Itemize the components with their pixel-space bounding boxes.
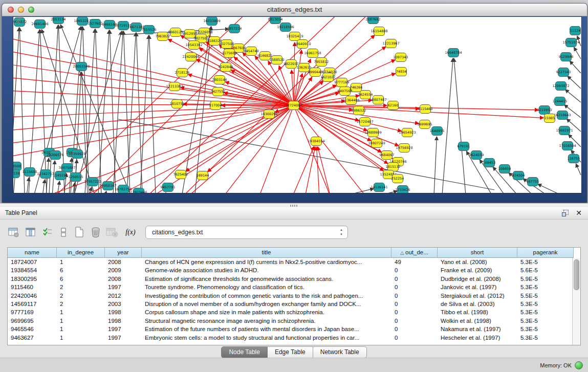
column-header-year[interactable]: year	[105, 248, 142, 258]
graph-node[interactable]: 20053346	[73, 62, 90, 71]
table-select-dropdown[interactable]: citations_edges.txt ▲▼	[145, 226, 348, 239]
graph-node[interactable]: 9129946	[559, 53, 574, 61]
tab-node-table[interactable]: Node Table	[221, 346, 268, 358]
graph-node[interactable]: 8660123	[168, 28, 183, 37]
table-cell[interactable]: Investigating the contribution of common…	[142, 292, 391, 300]
table-cell[interactable]: Genome-wide association studies in ADHD.	[142, 266, 391, 274]
graph-node[interactable]: 74834	[396, 68, 407, 76]
table-cell[interactable]: 0	[391, 292, 438, 300]
graph-node[interactable]: 15985	[545, 114, 555, 123]
graph-node[interactable]: 1621022	[321, 73, 336, 82]
graph-node[interactable]: 1527602	[88, 19, 103, 28]
graph-node[interactable]: 62160	[388, 101, 399, 110]
table-cell[interactable]: 5.3E-5	[517, 334, 574, 342]
graph-node[interactable]: 6497568	[338, 87, 353, 96]
graph-node[interactable]: 15720407	[356, 118, 373, 126]
table-cell[interactable]: 2008	[105, 275, 142, 283]
graph-node[interactable]: 2087682	[366, 17, 381, 24]
table-cell[interactable]: 9465546	[8, 325, 57, 333]
table-cell[interactable]: Yano et al. (2008)	[438, 258, 517, 266]
table-cell[interactable]: 1	[57, 258, 105, 266]
graph-node[interactable]: 15751074	[562, 38, 579, 47]
table-cell[interactable]: 1998	[105, 308, 142, 316]
table-cell[interactable]: 9699695	[8, 317, 57, 325]
table-row[interactable]: 1830029562008Estimation of significance …	[8, 275, 580, 283]
column-header-title[interactable]: title	[142, 248, 391, 258]
graph-node[interactable]: 16210643	[554, 111, 571, 120]
table-row[interactable]: 946362711997Embryonic stem cells: a mode…	[8, 334, 580, 342]
graph-node[interactable]: 12213383	[166, 82, 183, 91]
graph-node[interactable]: 9777169	[335, 78, 350, 87]
graph-node[interactable]: 169144	[197, 171, 209, 180]
graph-node[interactable]: 317004	[209, 101, 222, 110]
graph-node[interactable]: 8454749	[244, 47, 259, 56]
table-cell[interactable]: 0	[391, 308, 438, 316]
float-panel-icon[interactable]	[562, 210, 569, 216]
table-cell[interactable]: Tourette syndrome. Phenomenology and cla…	[142, 283, 391, 291]
graph-node[interactable]: 1733426	[396, 186, 410, 193]
table-cell[interactable]: 1	[57, 317, 105, 325]
table-cell[interactable]: 1997	[105, 334, 142, 342]
table-cell[interactable]: Estimation of the future numbers of pati…	[142, 325, 391, 333]
network-canvas[interactable]: 1872400724055722069140620531341065328715…	[13, 16, 582, 193]
table-cell[interactable]: 9777169	[8, 308, 57, 316]
table-cell[interactable]: Nakamura et al. (1997)	[438, 325, 517, 333]
table-row[interactable]: 969969511998Structural magnetic resonanc…	[8, 317, 580, 325]
column-header-out_de[interactable]: △out_de...	[391, 248, 438, 258]
graph-node[interactable]: 33139	[13, 169, 20, 178]
graph-node[interactable]: 12342757	[37, 170, 54, 179]
column-header-short[interactable]: short	[438, 248, 517, 258]
graph-node[interactable]: 2803144	[212, 76, 227, 84]
delete-column-button[interactable]	[89, 225, 102, 239]
graph-node[interactable]: 21364486	[342, 96, 359, 105]
graph-node[interactable]: 16961758	[304, 49, 321, 58]
graph-node[interactable]: 116755	[568, 155, 580, 163]
table-cell[interactable]: 9115460	[8, 283, 57, 291]
graph-node[interactable]: 2053134	[51, 17, 66, 24]
table-cell[interactable]: 0	[391, 300, 438, 308]
table-cell[interactable]: 0	[391, 325, 438, 333]
window-titlebar[interactable]: citations_edges.txt	[2, 4, 587, 16]
table-cell[interactable]: Estimation of significance thresholds fo…	[142, 275, 391, 283]
close-panel-icon[interactable]: ✕	[576, 209, 582, 216]
graph-node[interactable]: 167755	[527, 178, 539, 186]
table-cell[interactable]: 5.5E-5	[517, 292, 574, 300]
table-cell[interactable]: 2	[57, 300, 105, 308]
table-cell[interactable]: Structural magnetic resonance image aver…	[142, 317, 391, 325]
table-cell[interactable]: 5.3E-5	[517, 300, 574, 308]
row-height-button[interactable]	[57, 225, 70, 239]
panel-splitter[interactable]	[0, 203, 588, 207]
tab-network-table[interactable]: Network Table	[313, 346, 367, 358]
graph-node[interactable]: 19384554	[308, 137, 324, 146]
table-row[interactable]: 946554611997Estimation of the future num…	[8, 325, 580, 333]
graph-node[interactable]: 679191	[458, 142, 470, 151]
table-cell[interactable]: 5.3E-5	[517, 308, 574, 316]
table-cell[interactable]: 2008	[105, 258, 142, 266]
graph-node[interactable]: 16648784	[445, 49, 462, 57]
graph-node[interactable]: 9115460	[418, 105, 433, 114]
table-cell[interactable]: 0	[391, 266, 438, 274]
table-mode-button[interactable]	[7, 225, 20, 239]
table-cell[interactable]: Changes of HCN gene expression and I(f) …	[142, 258, 391, 266]
graph-node[interactable]: 1115688	[23, 168, 37, 177]
table-cell[interactable]: 5.9E-5	[517, 275, 574, 283]
table-cell[interactable]: 49	[391, 258, 438, 266]
graph-node[interactable]: 30975887	[58, 164, 75, 172]
graph-node[interactable]: 1588520	[270, 56, 285, 64]
table-cell[interactable]: 2	[57, 283, 105, 291]
table-cell[interactable]: 2012	[105, 292, 142, 300]
graph-node[interactable]: 7625402	[173, 170, 188, 179]
table-cell[interactable]: 22420046	[8, 292, 57, 300]
graph-node[interactable]: 16154808	[371, 27, 387, 36]
graph-node[interactable]: 1244415	[553, 97, 568, 106]
canvas-resize-grip[interactable]	[13, 17, 20, 24]
graph-node[interactable]: 9242848	[219, 63, 233, 72]
graph-node[interactable]: 10688609	[364, 128, 381, 137]
graph-node[interactable]: 169453	[483, 159, 496, 167]
column-header-pagerank[interactable]: pagerank	[517, 248, 574, 258]
graph-node[interactable]: 9624559	[469, 151, 484, 160]
graph-node[interactable]: 1097343	[394, 53, 408, 62]
graph-node[interactable]: 12093872	[552, 82, 569, 91]
table-cell[interactable]: 2003	[105, 300, 142, 308]
table-cell[interactable]: 9463627	[8, 334, 57, 342]
